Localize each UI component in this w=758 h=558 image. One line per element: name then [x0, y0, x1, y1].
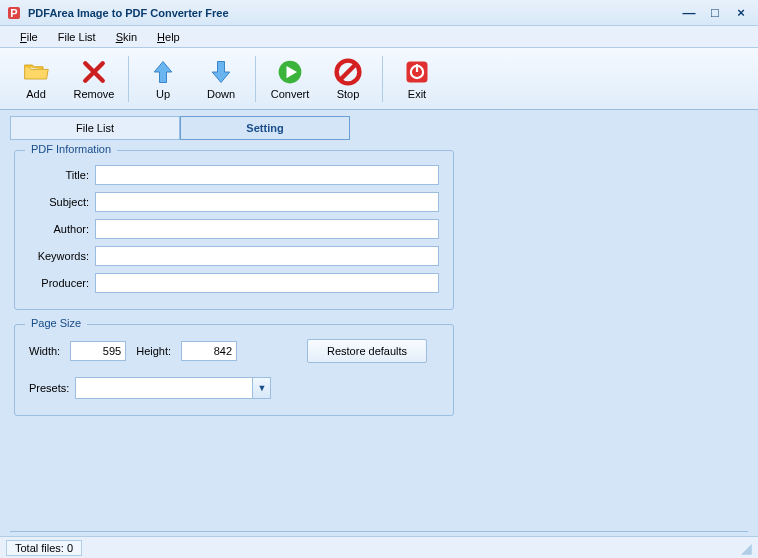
- pdf-info-legend: PDF Information: [25, 143, 117, 155]
- keywords-input[interactable]: [95, 246, 439, 266]
- content-area: PDF Information Title: Subject: Author: …: [0, 140, 758, 440]
- toolbar-separator: [255, 56, 256, 102]
- up-label: Up: [156, 88, 170, 100]
- content-bottom-border: [10, 531, 748, 532]
- producer-label: Producer:: [29, 277, 95, 289]
- menu-skin[interactable]: Skin: [106, 28, 147, 46]
- convert-label: Convert: [271, 88, 310, 100]
- subject-input[interactable]: [95, 192, 439, 212]
- width-input[interactable]: [70, 341, 126, 361]
- pdf-information-group: PDF Information Title: Subject: Author: …: [14, 150, 454, 310]
- menu-bar: File File List Skin Help: [0, 26, 758, 48]
- width-label: Width:: [29, 345, 60, 357]
- presets-combo[interactable]: ▼: [75, 377, 271, 399]
- tab-setting[interactable]: Setting: [180, 116, 350, 140]
- menu-file[interactable]: File: [10, 28, 48, 46]
- menu-filelist[interactable]: File List: [48, 28, 106, 46]
- toolbar-separator: [382, 56, 383, 102]
- producer-input[interactable]: [95, 273, 439, 293]
- remove-label: Remove: [74, 88, 115, 100]
- height-label: Height:: [136, 345, 171, 357]
- toolbar-separator: [128, 56, 129, 102]
- x-icon: [80, 58, 108, 86]
- page-size-legend: Page Size: [25, 317, 87, 329]
- author-input[interactable]: [95, 219, 439, 239]
- minimize-button[interactable]: —: [678, 4, 700, 22]
- toolbar: Add Remove Up Down Convert Stop Exit: [0, 48, 758, 110]
- convert-button[interactable]: Convert: [262, 53, 318, 105]
- power-icon: [403, 58, 431, 86]
- arrow-up-icon: [149, 58, 177, 86]
- down-label: Down: [207, 88, 235, 100]
- tab-filelist[interactable]: File List: [10, 116, 180, 140]
- author-label: Author:: [29, 223, 95, 235]
- add-button[interactable]: Add: [8, 53, 64, 105]
- stop-icon: [334, 58, 362, 86]
- svg-text:P: P: [10, 7, 17, 19]
- down-button[interactable]: Down: [193, 53, 249, 105]
- presets-label: Presets:: [29, 382, 69, 394]
- height-input[interactable]: [181, 341, 237, 361]
- status-bar: Total files: 0 ◢: [0, 536, 758, 558]
- svg-line-4: [341, 65, 355, 79]
- stop-button[interactable]: Stop: [320, 53, 376, 105]
- restore-defaults-button[interactable]: Restore defaults: [307, 339, 427, 363]
- subject-label: Subject:: [29, 196, 95, 208]
- resize-grip[interactable]: ◢: [736, 540, 752, 556]
- menu-help[interactable]: Help: [147, 28, 190, 46]
- add-label: Add: [26, 88, 46, 100]
- window-controls: — □ ×: [678, 4, 752, 22]
- page-size-group: Page Size Width: Height: Restore default…: [14, 324, 454, 416]
- exit-label: Exit: [408, 88, 426, 100]
- app-icon: P: [6, 5, 22, 21]
- window-title: PDFArea Image to PDF Converter Free: [28, 7, 229, 19]
- up-button[interactable]: Up: [135, 53, 191, 105]
- title-input[interactable]: [95, 165, 439, 185]
- exit-button[interactable]: Exit: [389, 53, 445, 105]
- arrow-down-icon: [207, 58, 235, 86]
- maximize-button[interactable]: □: [704, 4, 726, 22]
- title-bar: P PDFArea Image to PDF Converter Free — …: [0, 0, 758, 26]
- status-total-files: Total files: 0: [6, 540, 82, 556]
- folder-open-icon: [22, 58, 50, 86]
- title-label: Title:: [29, 169, 95, 181]
- stop-label: Stop: [337, 88, 360, 100]
- play-icon: [276, 58, 304, 86]
- close-button[interactable]: ×: [730, 4, 752, 22]
- keywords-label: Keywords:: [29, 250, 95, 262]
- tabs: File List Setting: [0, 110, 758, 140]
- chevron-down-icon: ▼: [252, 378, 270, 398]
- remove-button[interactable]: Remove: [66, 53, 122, 105]
